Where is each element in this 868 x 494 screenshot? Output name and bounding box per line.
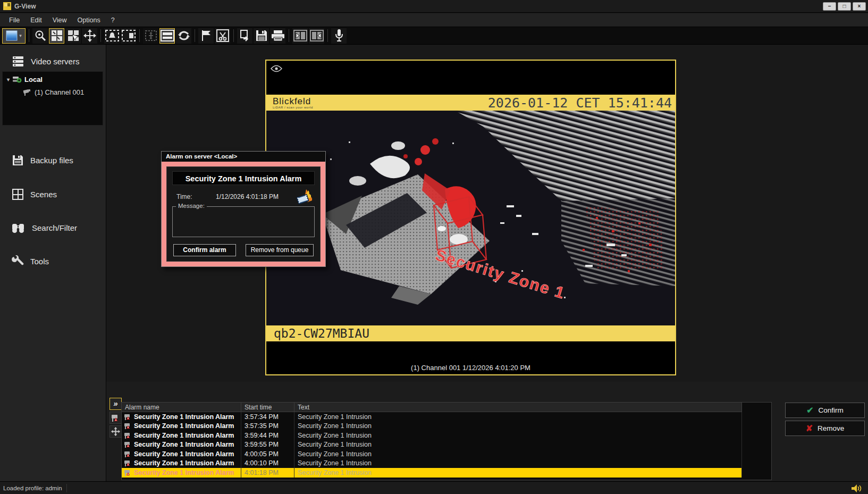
- snapshot-icon[interactable]: [215, 28, 230, 44]
- alarm-table: Alarm name Start time Text Security Zone…: [121, 402, 772, 480]
- menu-item[interactable]: File: [4, 15, 24, 26]
- sidebar-item-backup-files[interactable]: Backup files: [12, 153, 73, 167]
- window-next-icon[interactable]: [309, 28, 324, 44]
- table-row[interactable]: Security Zone 1 Intrusion Alarm 4:00:05 …: [122, 449, 742, 459]
- time-label: Time:: [176, 193, 192, 200]
- alarm-name-cell: Security Zone 1 Intrusion Alarm: [134, 469, 234, 476]
- server-icon: [12, 75, 22, 83]
- scenes-icon: [12, 188, 24, 200]
- flip-icon[interactable]: [176, 28, 191, 44]
- minimize-button[interactable]: –: [823, 2, 836, 11]
- device-label: qb2-CW27MBIAU: [274, 326, 369, 340]
- remove-from-queue-button[interactable]: Remove from queue: [246, 244, 314, 256]
- autoscroll-toggle-button[interactable]: »: [109, 398, 122, 410]
- menu-item[interactable]: View: [48, 15, 72, 26]
- server-tree: ▾ Local (1) Channel 001: [2, 71, 103, 125]
- export-icon[interactable]: [237, 28, 252, 44]
- alarm-camera-icon: [111, 414, 120, 422]
- alarm-camera-icon: [124, 422, 132, 430]
- print-icon[interactable]: [270, 28, 285, 44]
- flag-icon[interactable]: [198, 28, 214, 44]
- check-icon: ✔: [806, 405, 813, 415]
- start-time-cell: 4:00:05 PM: [241, 449, 294, 459]
- table-row[interactable]: Security Zone 1 Intrusion Alarm 4:00:10 …: [122, 459, 742, 468]
- column-header-start-time[interactable]: Start time: [241, 403, 294, 412]
- start-time-cell: 3:59:55 PM: [241, 440, 294, 450]
- table-row[interactable]: Security Zone 1 Intrusion Alarm 3:59:44 …: [122, 431, 742, 440]
- video-servers-icon: [12, 55, 24, 67]
- tree-node-channel-001[interactable]: (1) Channel 001: [3, 87, 103, 97]
- alarm-video-icon[interactable]: [296, 188, 314, 205]
- text-cell: Security Zone 1 Intrusion: [294, 422, 742, 431]
- sidebar: Video servers ▾ Local (1) Channel 001 Ba…: [0, 45, 106, 481]
- menu-item[interactable]: Edit: [26, 15, 47, 26]
- confirm-button[interactable]: ✔ Confirm: [785, 403, 865, 418]
- menubar: FileEditViewOptions?: [0, 13, 868, 27]
- table-row[interactable]: Security Zone 1 Intrusion Alarm 3:59:55 …: [122, 440, 742, 450]
- chevron-down-icon: ▾: [19, 33, 22, 38]
- alarm-camera-icon: [124, 459, 132, 467]
- backup-files-icon: [12, 154, 24, 166]
- sidebar-item-label: Scenes: [30, 190, 57, 199]
- sidebar-item-label: Backup files: [30, 156, 73, 165]
- sidebar-item-scenes[interactable]: Scenes: [12, 187, 57, 201]
- message-label: Message:: [176, 203, 207, 209]
- tree-node-label: Local: [24, 76, 43, 83]
- alarm-selection-icon[interactable]: [104, 28, 120, 44]
- table-row[interactable]: Security Zone 1 Intrusion Alarm 3:57:34 …: [122, 412, 742, 422]
- sidebar-item-tools[interactable]: Tools: [12, 254, 49, 268]
- chevron-down-icon[interactable]: ▾: [7, 77, 10, 82]
- text-cell: Security Zone 1 Intrusion: [294, 440, 742, 450]
- video-timestamp: 2026-01-12 CET 15:41:44: [488, 95, 672, 111]
- maximize-button[interactable]: □: [838, 2, 851, 11]
- alarm-camera-button[interactable]: [109, 412, 122, 424]
- sidebar-item-search-filter[interactable]: Search/Filter: [12, 221, 77, 235]
- camera-icon: [23, 88, 32, 96]
- pan-icon[interactable]: [82, 28, 97, 44]
- table-row[interactable]: Security Zone 1 Intrusion Alarm 4:01:18 …: [122, 468, 742, 478]
- lidar-pointcloud: Security Zone 1: [266, 111, 675, 325]
- pan-panel-button[interactable]: [109, 425, 122, 438]
- sidebar-item-label: Search/Filter: [32, 223, 77, 232]
- column-header-text[interactable]: Text: [294, 403, 742, 412]
- grid-navigate-icon[interactable]: [49, 28, 64, 44]
- save-icon[interactable]: [254, 28, 269, 44]
- alarm-name-cell: Security Zone 1 Intrusion Alarm: [134, 432, 234, 439]
- start-time-cell: 4:01:18 PM: [241, 468, 294, 478]
- grid-cursor-icon[interactable]: [65, 28, 81, 44]
- column-header-alarm-name[interactable]: Alarm name: [122, 403, 241, 412]
- alarm-table-rows: Security Zone 1 Intrusion Alarm 3:57:34 …: [122, 412, 771, 478]
- remove-button-label: Remove: [818, 424, 844, 432]
- message-groupbox: Message:: [172, 206, 315, 237]
- layout-select-button[interactable]: ▾: [2, 28, 26, 44]
- text-cell: Security Zone 1 Intrusion: [294, 449, 742, 459]
- app-window: G-View – □ × FileEditViewOptions? ▾: [0, 0, 868, 494]
- tree-node-local[interactable]: ▾ Local: [3, 74, 103, 85]
- remove-button[interactable]: ✘ Remove: [785, 421, 865, 436]
- video-header-band: Blickfeld LiDAR / scan your world 2026-0…: [266, 95, 675, 111]
- pan-window-icon[interactable]: [143, 28, 158, 44]
- menu-item[interactable]: ?: [106, 15, 120, 26]
- microphone-icon[interactable]: [331, 28, 347, 44]
- alarm-name-cell: Security Zone 1 Intrusion Alarm: [134, 422, 234, 430]
- alarm-dialog-title[interactable]: Alarm on server <Local>: [162, 152, 325, 162]
- alarm-name-cell: Security Zone 1 Intrusion Alarm: [134, 459, 234, 467]
- close-button[interactable]: ×: [853, 2, 866, 11]
- sidebar-item-video-servers[interactable]: Video servers: [12, 54, 79, 68]
- speaker-icon[interactable]: [851, 484, 863, 493]
- selection-icon[interactable]: [121, 28, 136, 44]
- zoom-icon[interactable]: [32, 28, 48, 44]
- menu-item[interactable]: Options: [73, 15, 105, 26]
- table-row[interactable]: Security Zone 1 Intrusion Alarm 3:57:35 …: [122, 422, 742, 431]
- split-horizontal-icon[interactable]: [159, 28, 175, 44]
- video-tile[interactable]: Blickfeld LiDAR / scan your world 2026-0…: [265, 60, 676, 375]
- app-logo-icon: [3, 2, 11, 10]
- cross-icon: ✘: [806, 423, 813, 433]
- window-prev-icon[interactable]: [292, 28, 308, 44]
- brand-logo: Blickfeld LiDAR / scan your world: [273, 97, 313, 109]
- video-top-band: [266, 61, 675, 95]
- text-cell: Security Zone 1 Intrusion: [294, 459, 742, 468]
- status-text: Loaded profile: admin: [0, 485, 62, 491]
- confirm-alarm-button[interactable]: Confirm alarm: [173, 244, 236, 256]
- fast-forward-icon: »: [113, 399, 117, 408]
